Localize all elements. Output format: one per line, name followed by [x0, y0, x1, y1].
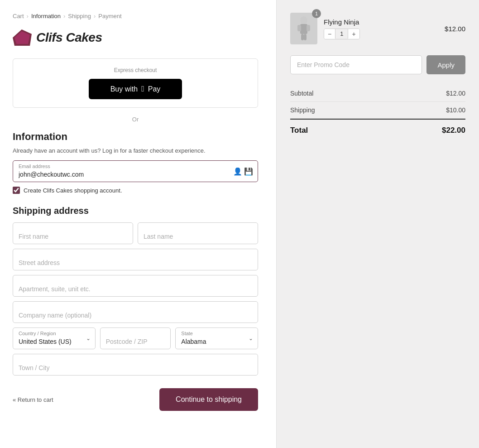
- svg-rect-7: [304, 34, 307, 40]
- city-field: [13, 354, 258, 376]
- logo-icon: [13, 29, 32, 46]
- email-field-group: Email address 👤 💾: [13, 160, 258, 182]
- subtotal-value: $12.00: [446, 90, 465, 97]
- breadcrumb-cart[interactable]: Cart: [13, 13, 24, 19]
- state-wrapper: State Alabama ⌄: [175, 328, 258, 349]
- last-name-input[interactable]: [138, 223, 258, 244]
- last-name-field: [138, 222, 258, 244]
- right-panel: 1 Flying Ninja − 1 + $12.00 Apply Subtot…: [276, 0, 479, 448]
- street-wrapper: [13, 249, 258, 270]
- totals-section: Subtotal $12.00 Shipping $10.00 Total $2…: [290, 85, 465, 135]
- first-name-wrapper: [13, 222, 133, 244]
- order-item: 1 Flying Ninja − 1 + $12.00: [290, 13, 465, 44]
- breadcrumb-information: Information: [31, 13, 61, 19]
- shipping-row: Shipping $10.00: [290, 102, 465, 119]
- left-panel: Cart › Information › Shipping › Payment …: [0, 0, 276, 448]
- logo: Clifs Cakes: [13, 29, 258, 46]
- last-name-wrapper: [138, 222, 258, 244]
- item-price: $12.00: [445, 25, 465, 33]
- create-account-label: Create Clifs Cakes shopping account.: [24, 187, 122, 194]
- shipping-address-heading: Shipping address: [13, 206, 258, 216]
- svg-rect-4: [297, 25, 301, 31]
- qty-controls: − 1 +: [324, 29, 360, 39]
- qty-value: 1: [335, 29, 348, 39]
- email-input-wrapper: Email address 👤 💾: [13, 160, 258, 182]
- information-heading: Information: [13, 131, 258, 143]
- svg-point-2: [300, 16, 307, 24]
- shipping-label: Shipping: [290, 106, 315, 114]
- email-input[interactable]: [13, 161, 258, 182]
- breadcrumb-sep-3: ›: [94, 13, 96, 19]
- location-row: Country / Region United States (US) ⌄ St…: [13, 328, 258, 349]
- shipping-value: $10.00: [446, 106, 465, 114]
- city-input[interactable]: [13, 354, 258, 375]
- item-info: Flying Ninja − 1 +: [324, 18, 438, 39]
- first-name-field: [13, 222, 133, 244]
- breadcrumb-payment[interactable]: Payment: [98, 13, 121, 19]
- apple-pay-button[interactable]: Buy with  Pay: [89, 79, 182, 99]
- or-divider: Or: [13, 116, 258, 123]
- ninja-svg: [295, 15, 313, 42]
- promo-input[interactable]: [290, 55, 422, 74]
- item-quantity-badge: 1: [312, 9, 321, 18]
- company-input[interactable]: [13, 302, 258, 323]
- return-to-cart-link[interactable]: « Return to cart: [13, 396, 53, 403]
- logo-text: Clifs Cakes: [36, 30, 102, 45]
- save-icon: 💾: [244, 167, 253, 176]
- postcode-field: [100, 328, 171, 349]
- promo-row: Apply: [290, 55, 465, 74]
- svg-rect-6: [301, 34, 304, 40]
- qty-decrease-button[interactable]: −: [324, 29, 335, 39]
- breadcrumb-shipping[interactable]: Shipping: [68, 13, 91, 19]
- apple-pay-suffix: Pay: [148, 85, 161, 93]
- item-image: [290, 13, 317, 44]
- apply-promo-button[interactable]: Apply: [426, 55, 465, 74]
- subtotal-row: Subtotal $12.00: [290, 85, 465, 102]
- apple-icon: : [141, 84, 144, 94]
- country-field: Country / Region United States (US) ⌄: [13, 328, 96, 349]
- qty-increase-button[interactable]: +: [348, 29, 359, 39]
- bottom-actions: « Return to cart Continue to shipping: [13, 388, 258, 411]
- company-wrapper: [13, 301, 258, 323]
- country-wrapper: Country / Region United States (US) ⌄: [13, 328, 96, 349]
- state-field: State Alabama ⌄: [175, 328, 258, 349]
- svg-rect-3: [300, 24, 307, 34]
- create-account-row: Create Clifs Cakes shopping account.: [13, 187, 258, 194]
- name-row: [13, 222, 258, 244]
- person-icon: 👤: [233, 167, 242, 176]
- total-row: Total $22.00: [290, 119, 465, 135]
- breadcrumb: Cart › Information › Shipping › Payment: [13, 13, 258, 19]
- apt-wrapper: [13, 275, 258, 297]
- svg-rect-5: [307, 25, 310, 31]
- item-image-wrapper: 1: [290, 13, 317, 44]
- breadcrumb-sep-2: ›: [63, 13, 65, 19]
- item-name: Flying Ninja: [324, 18, 438, 26]
- city-wrapper: [13, 354, 258, 376]
- postcode-input[interactable]: [101, 328, 171, 349]
- breadcrumb-sep-1: ›: [27, 13, 29, 19]
- total-label: Total: [290, 126, 308, 135]
- postcode-wrapper: [100, 328, 171, 349]
- create-account-checkbox[interactable]: [13, 187, 20, 194]
- first-name-input[interactable]: [13, 223, 133, 244]
- state-select[interactable]: Alabama: [176, 328, 258, 349]
- street-field: [13, 249, 258, 270]
- continue-to-shipping-button[interactable]: Continue to shipping: [159, 388, 258, 411]
- street-input[interactable]: [13, 249, 258, 270]
- apt-field: [13, 275, 258, 297]
- apt-input[interactable]: [13, 275, 258, 296]
- apple-pay-text: Buy with: [110, 85, 138, 93]
- country-select[interactable]: United States (US): [13, 328, 95, 349]
- account-prompt: Already have an account with us? Log in …: [13, 147, 258, 154]
- company-field: [13, 301, 258, 323]
- express-checkout-label: Express checkout: [22, 67, 249, 73]
- subtotal-label: Subtotal: [290, 90, 313, 97]
- total-value: $22.00: [442, 126, 465, 135]
- email-icons: 👤 💾: [233, 167, 253, 176]
- express-checkout-box: Express checkout Buy with  Pay: [13, 58, 258, 108]
